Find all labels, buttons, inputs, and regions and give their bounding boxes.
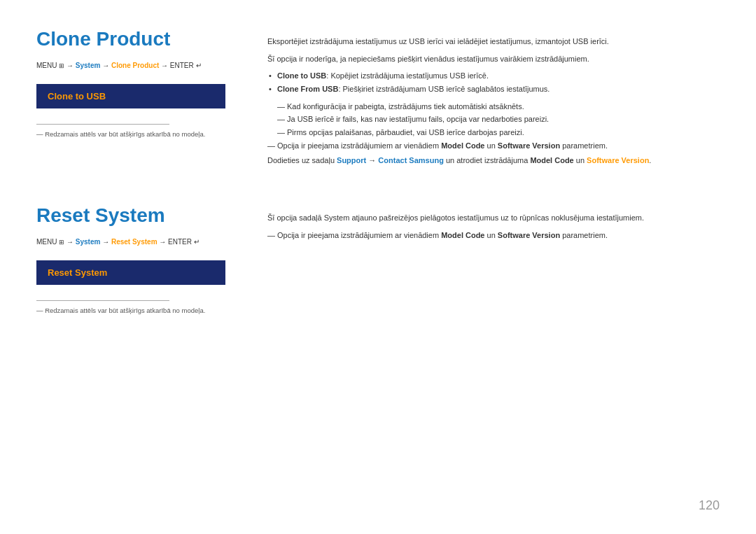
menu-arrow2-bottom: →: [100, 238, 111, 246]
reset-system-title: Reset System: [36, 204, 239, 227]
reset-dash-note: Opcija ir pieejama izstrādājumiem ar vie…: [267, 229, 720, 242]
page-number: 120: [699, 498, 720, 513]
clone-divider: [36, 124, 169, 125]
clone-dash-1: Kad konfigurācija ir pabeigta, izstrādāj…: [277, 100, 720, 113]
support-label: Support: [337, 156, 366, 164]
clone-dash-2: Ja USB ierīcē ir fails, kas nav iestatīj…: [277, 113, 720, 126]
model-code-label-2: Model Code: [530, 156, 573, 164]
clone-right-line2: Šī opcija ir noderīga, ja nepieciešams p…: [267, 52, 720, 66]
clone-product-title: Clone Product: [36, 28, 239, 50]
reset-divider: [36, 300, 169, 301]
system-link-top: System: [76, 62, 101, 69]
menu-prefix: MENU: [36, 62, 59, 69]
reset-sw-version-label: Software Version: [498, 231, 560, 239]
clone-from-usb-rest: : Piešķiriet izstrādājumam USB ierīcē sa…: [338, 85, 550, 93]
menu-arrow3-top: →: [159, 62, 170, 69]
reset-footnote: Redzamais attēls var būt atšķirīgs atkar…: [36, 307, 239, 314]
sw-version-label-1: Software Version: [498, 141, 560, 150]
clone-to-usb-button[interactable]: Clone to USB: [36, 84, 225, 108]
enter-icon-bottom: ↵: [194, 238, 200, 246]
contact-samsung-label: Contact Samsung: [378, 156, 444, 164]
clone-dash-3: Pirms opcijas palaišanas, pārbaudiet, va…: [277, 126, 720, 139]
menu-prefix-bottom: MENU: [36, 238, 59, 246]
reset-model-code-label: Model Code: [441, 231, 484, 239]
reset-system-content: Reset System MENU ⊞ → System → Reset Sys…: [36, 204, 720, 314]
reset-system-link: Reset System: [111, 238, 158, 246]
clone-product-right: Eksportējiet izstrādājuma iestatījumus u…: [253, 28, 720, 167]
clone-bullet-list: Clone to USB: Kopējiet izstrādājuma iest…: [267, 69, 720, 95]
clone-bullet-1: Clone to USB: Kopējiet izstrādājuma iest…: [267, 69, 720, 83]
menu-arrow2-top: →: [100, 62, 111, 69]
clone-bullet-2: Clone From USB: Piešķiriet izstrādājumam…: [267, 83, 720, 96]
clone-right-line1: Eksportējiet izstrādājuma iestatījumus u…: [267, 35, 720, 48]
clone-product-left: Clone Product MENU ⊞ → System → Clone Pr…: [36, 28, 253, 167]
model-code-label-1: Model Code: [441, 141, 484, 150]
reset-system-menu-path: MENU ⊞ → System → Reset System → ENTER ↵: [36, 237, 239, 248]
reset-right-line1: Šī opcija sadaļā System atjauno pašreizē…: [267, 211, 720, 225]
clone-italic-note: Opcija ir pieejama izstrādājumiem ar vie…: [267, 139, 720, 153]
clone-to-usb-label: Clone to USB: [277, 71, 326, 80]
menu-arrow1-top: →: [64, 62, 76, 69]
clone-product-content: Clone Product MENU ⊞ → System → Clone Pr…: [36, 28, 720, 167]
reset-system-section: Reset System MENU ⊞ → System → Reset Sys…: [36, 183, 720, 314]
reset-system-right: Šī opcija sadaļā System atjauno pašreizē…: [253, 204, 720, 314]
clone-to-usb-rest: : Kopējiet izstrādājuma iestatījumus USB…: [326, 71, 489, 80]
clone-product-menu-path: MENU ⊞ → System → Clone Product → ENTER …: [36, 60, 239, 71]
clone-from-usb-label: Clone From USB: [277, 85, 338, 93]
enter-label-top: ENTER: [170, 62, 196, 69]
clone-dash-list: Kad konfigurācija ir pabeigta, izstrādāj…: [277, 100, 720, 139]
clone-footnote: Redzamais attēls var būt atšķirīgs atkar…: [36, 130, 239, 138]
clone-bottom-note: Dodieties uz sadaļu Support → Contact Sa…: [267, 154, 720, 167]
reset-system-left: Reset System MENU ⊞ → System → Reset Sys…: [36, 204, 253, 314]
menu-arrow3-bottom: →: [158, 238, 169, 246]
bottom-arrow: →: [366, 156, 378, 164]
page: Clone Product MENU ⊞ → System → Clone Pr…: [0, 0, 756, 534]
clone-product-link: Clone Product: [111, 62, 159, 69]
reset-system-button[interactable]: Reset System: [36, 260, 225, 285]
menu-arrow1-bottom: →: [64, 238, 76, 246]
system-link-bottom: System: [76, 238, 101, 246]
sw-version-label-2: Software Version: [587, 156, 649, 164]
enter-icon-top: ↵: [196, 62, 202, 69]
enter-label-bottom: ENTER: [168, 238, 194, 246]
clone-product-section: Clone Product MENU ⊞ → System → Clone Pr…: [36, 28, 720, 183]
